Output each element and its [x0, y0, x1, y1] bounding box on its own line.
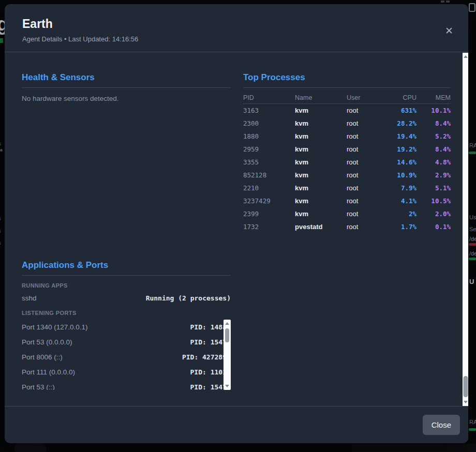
process-user: root — [347, 158, 383, 166]
port-row: Port 1340 (127.0.0.1) PID: 1488 — [22, 320, 231, 335]
process-name: kvm — [295, 132, 347, 140]
process-user: root — [347, 184, 383, 192]
backdrop-red-bar — [469, 243, 476, 246]
process-row: 3163 kvm root 631% 10.1% — [243, 104, 451, 117]
process-user: root — [347, 132, 383, 140]
app-status: Running (2 processes) — [146, 294, 231, 302]
modal-title: Earth — [22, 17, 53, 31]
left-column: Health & Sensors No hardware sensors det… — [22, 72, 231, 390]
port-row: Port 53 (0.0.0.0) PID: 1547 — [22, 335, 231, 350]
top-processes-section: Top Processes PID Name User CPU MEM 3 — [243, 72, 451, 233]
backdrop-ram-label: RA — [469, 419, 476, 425]
col-header-user: User — [347, 94, 383, 101]
port-pid: PID: 1101 — [190, 368, 227, 376]
process-name: kvm — [295, 107, 347, 114]
scrollbar-down-icon[interactable] — [464, 401, 468, 403]
process-row: 1732 pvestatd root 1.7% 0.1% — [243, 220, 451, 233]
process-mem: 4.8% — [416, 158, 451, 166]
running-apps-label: RUNNING APPS — [22, 282, 231, 289]
backdrop-ser-label: Ser — [469, 226, 476, 232]
process-name: kvm — [295, 145, 347, 153]
modal-body: Health & Sensors No hardware sensors det… — [5, 53, 468, 406]
process-row: 3355 kvm root 14.6% 4.8% — [243, 156, 451, 169]
process-row: 852128 kvm root 10.9% 2.9% — [243, 169, 451, 182]
scrollbar-down-icon[interactable] — [225, 385, 229, 387]
process-mem: 8.4% — [416, 119, 451, 127]
ports-scrollbar[interactable] — [224, 320, 231, 390]
port-name: Port 1340 (127.0.0.1) — [22, 323, 88, 331]
port-name: Port 111 (0.0.0.0) — [22, 368, 75, 376]
modal-header: Earth Agent Details • Last Updated: 14:1… — [5, 4, 468, 52]
process-mem: 5.2% — [416, 132, 451, 140]
col-header-name: Name — [295, 94, 347, 101]
port-pid: PID: 1547 — [190, 338, 227, 346]
ports-scrollbar-thumb[interactable] — [225, 328, 229, 342]
process-user: root — [347, 223, 383, 231]
port-row: Port 111 (0.0.0.0) PID: 1101 — [22, 365, 231, 380]
section-divider — [22, 87, 231, 88]
port-pid: PID: 1547 — [190, 383, 227, 390]
app-name: sshd — [22, 294, 37, 302]
agent-details-modal: Earth Agent Details • Last Updated: 14:1… — [5, 4, 468, 443]
process-pid: 3355 — [243, 158, 295, 166]
processes-table: PID Name User CPU MEM 3163 kvm root 631 — [243, 92, 451, 233]
process-name: kvm — [295, 197, 347, 205]
process-user: root — [347, 210, 383, 218]
modal-scrollbar-thumb[interactable] — [463, 376, 468, 397]
process-user: root — [347, 145, 383, 153]
listening-ports-list: Port 1340 (127.0.0.1) PID: 1488 Port 53 … — [22, 320, 231, 390]
top-processes-heading: Top Processes — [243, 72, 451, 83]
close-icon[interactable]: ✕ — [442, 24, 456, 37]
process-mem: 8.4% — [416, 145, 451, 153]
process-name: kvm — [295, 158, 347, 166]
backdrop-percent-blue: % — [0, 239, 1, 246]
port-name: Port 53 (::) — [22, 383, 55, 390]
process-name: kvm — [295, 210, 347, 218]
process-name: kvm — [295, 171, 347, 179]
backdrop-percent-green: % — [0, 140, 1, 147]
backdrop-dot — [446, 1, 450, 3]
col-header-cpu: CPU — [383, 94, 416, 101]
process-cpu: 2% — [383, 210, 416, 218]
process-cpu: 28.2% — [383, 119, 416, 127]
process-row: 2399 kvm root 2% 2.0% — [243, 207, 451, 220]
process-cpu: 10.9% — [383, 171, 416, 179]
process-row: 3237429 kvm root 4.1% 10.5% — [243, 194, 451, 207]
process-cpu: 4.1% — [383, 197, 416, 205]
process-row: 1880 kvm root 19.4% 5.2% — [243, 130, 451, 143]
modal-scrollbar[interactable] — [463, 53, 468, 406]
listening-ports-label: LISTENING PORTS — [22, 310, 231, 316]
scrollbar-up-icon[interactable] — [225, 322, 229, 325]
process-cpu: 19.2% — [383, 145, 416, 153]
process-mem: 10.1% — [416, 107, 451, 114]
process-pid: 2959 — [243, 145, 295, 153]
scrollbar-up-icon[interactable] — [464, 55, 468, 58]
backdrop-green-bar — [469, 428, 476, 431]
process-mem: 2.9% — [416, 171, 451, 179]
process-user: root — [347, 119, 383, 127]
backdrop-green-bar — [469, 152, 476, 154]
process-mem: 0.1% — [416, 223, 451, 231]
process-pid: 3163 — [243, 107, 295, 114]
process-name: kvm — [295, 184, 347, 192]
process-cpu: 7.9% — [383, 184, 416, 192]
backdrop-dot — [0, 149, 3, 152]
document-icon — [469, 3, 475, 12]
process-row: 2959 kvm root 19.2% 8.4% — [243, 143, 451, 156]
process-row: 2210 kvm root 7.9% 5.1% — [243, 182, 451, 194]
backdrop-dev-label: /de — [469, 250, 476, 257]
backdrop-ram-label: RA — [469, 142, 476, 148]
close-button[interactable]: Close — [423, 415, 460, 435]
section-divider — [22, 275, 231, 276]
process-pid: 2210 — [243, 184, 295, 192]
modal-footer: Close — [5, 406, 468, 443]
process-pid: 1880 — [243, 132, 295, 140]
port-row: Port 53 (::) PID: 1547 — [22, 380, 231, 390]
process-pid: 3237429 — [243, 197, 295, 205]
process-mem: 5.1% — [416, 184, 451, 192]
process-user: root — [347, 197, 383, 205]
process-pid: 2399 — [243, 210, 295, 218]
right-column: Top Processes PID Name User CPU MEM 3 — [243, 72, 451, 390]
running-app-row: sshd Running (2 processes) — [22, 293, 231, 303]
section-divider — [243, 87, 451, 88]
